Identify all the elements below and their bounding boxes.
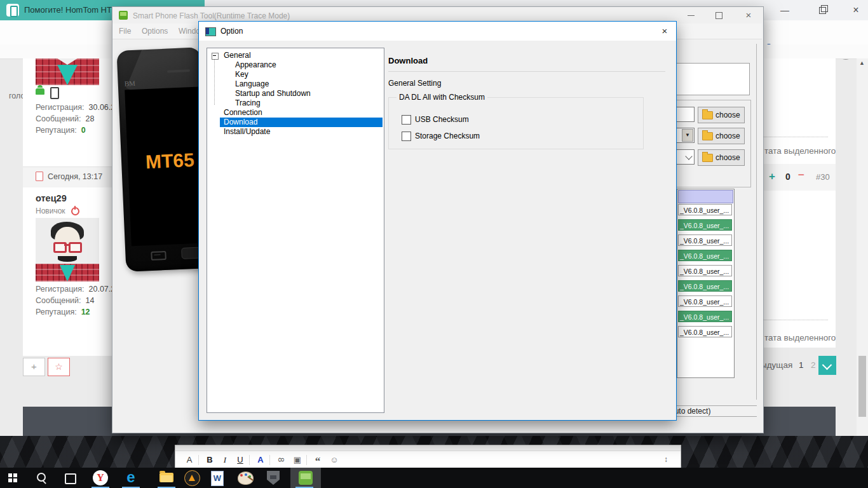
vote-up-button[interactable]: + <box>769 170 775 183</box>
tree-item-startup-shutdown[interactable]: Startup and Shutdown <box>207 89 384 98</box>
search-icon <box>37 473 46 482</box>
tree-item-tracing[interactable]: Tracing <box>207 98 384 108</box>
pagination-previous[interactable]: ыдущая <box>761 360 792 370</box>
reply-editor-toolbar: A B I U A 8 ▣ “ ☺ ↕ <box>175 445 681 469</box>
tree-item-install-update[interactable]: Install/Update <box>207 127 384 137</box>
scrollbar-thumb[interactable] <box>858 356 866 417</box>
choose-file-button[interactable]: choose <box>698 149 745 166</box>
taskbar-word[interactable]: W <box>203 468 231 488</box>
table-row[interactable]: _V6.0.8_user_... <box>678 280 732 292</box>
font-color-icon[interactable]: A <box>254 455 267 464</box>
android-app-icon <box>299 471 313 485</box>
pagination-page-2[interactable]: 2 <box>811 360 816 370</box>
table-row[interactable]: _V6.0.8_user_... <box>678 219 732 231</box>
word-icon: W <box>211 471 224 486</box>
reputation-row: Репутация: 12 <box>36 308 90 316</box>
tree-item-appearance[interactable]: Appearance <box>207 60 384 70</box>
choose-file-button[interactable]: choose <box>698 128 745 144</box>
scrollbar-up-icon[interactable]: ▲ <box>859 60 865 66</box>
browser-minimize-button[interactable]: — <box>774 3 796 18</box>
smiley-icon[interactable]: ☺ <box>328 455 341 464</box>
registration-row: Регистрация: 30.06.201 <box>36 103 124 112</box>
menu-file[interactable]: File <box>119 27 131 36</box>
taskbar-world-of-tanks[interactable] <box>259 468 287 488</box>
choose-file-button[interactable]: choose <box>698 107 745 123</box>
groupbox-label: DA DL All with Checksum <box>397 93 487 102</box>
messages-row: Сообщений: 14 <box>36 296 94 305</box>
pagination-next-button[interactable] <box>818 356 836 375</box>
browser-restore-button[interactable] <box>812 3 834 18</box>
reputation-row: Репутация: 0 <box>36 126 86 135</box>
quote-selected-link[interactable]: тата выделенного <box>764 146 836 156</box>
paint-palette-icon <box>238 471 254 485</box>
tree-item-key[interactable]: Key <box>207 70 384 79</box>
taskbar-yandex-browser[interactable]: Y <box>86 468 114 488</box>
folder-icon <box>159 473 173 482</box>
messages-row: Сообщений: 28 <box>36 114 94 123</box>
aimp-icon <box>184 470 200 486</box>
table-row[interactable]: _V6.0.8_user_... <box>678 234 732 246</box>
image-icon[interactable]: ▣ <box>291 455 304 464</box>
taskbar-edge[interactable]: e <box>117 468 145 488</box>
table-header-cell[interactable] <box>678 190 733 203</box>
storage-checksum-checkbox[interactable] <box>402 132 411 141</box>
close-button[interactable]: × <box>738 7 759 24</box>
table-row[interactable]: _V6.0.8_user_... <box>678 326 732 337</box>
usb-checksum-checkbox[interactable] <box>402 115 411 125</box>
phone-brand-label: BM <box>124 79 135 88</box>
taskbar-file-explorer[interactable] <box>153 468 180 488</box>
table-row[interactable]: _V6.0.8_user_... <box>678 265 732 276</box>
task-view-button[interactable] <box>56 468 84 488</box>
italic-icon[interactable]: I <box>219 455 231 465</box>
tree-item-language[interactable]: Language <box>207 79 384 89</box>
table-row[interactable]: _V6.0.8_user_... <box>678 311 732 322</box>
post-number[interactable]: #30 <box>816 172 830 182</box>
panel-heading: Download <box>388 56 428 65</box>
folder-icon <box>702 132 713 140</box>
vote-down-button[interactable]: − <box>798 169 804 182</box>
underline-icon[interactable]: U <box>234 455 247 464</box>
username[interactable]: отец29 <box>36 193 67 203</box>
star-button[interactable]: ☆ <box>48 358 70 376</box>
dialog-close-button[interactable]: × <box>653 22 676 41</box>
table-row[interactable]: _V6.0.8_user_... <box>678 204 732 215</box>
partition-file-table: _V6.0.8_user_... _V6.0.8_user_... _V6.0.… <box>677 189 735 378</box>
dropdown-arrow-icon[interactable]: ▼ <box>682 129 693 142</box>
taskbar-flash-tool-active[interactable] <box>290 468 321 488</box>
maximize-button[interactable] <box>709 7 730 24</box>
offline-power-icon <box>71 207 79 215</box>
minimize-button[interactable] <box>681 7 702 24</box>
remove-format-icon[interactable]: A <box>183 455 196 464</box>
windows-logo-icon <box>8 473 18 483</box>
pagination-page-1[interactable]: 1 <box>799 360 804 370</box>
folder-icon <box>702 154 713 162</box>
expand-editor-icon[interactable]: ↕ <box>660 455 672 464</box>
taskbar-search-button[interactable] <box>28 468 56 488</box>
tree-item-connection[interactable]: Connection <box>207 108 384 118</box>
table-row[interactable]: _V6.0.8_user_... <box>678 295 732 307</box>
usb-checksum-label: USB Checksum <box>415 115 469 124</box>
registration-row: Регистрация: 20.07.201 <box>36 285 124 294</box>
taskbar-paint[interactable] <box>231 468 259 488</box>
start-button[interactable] <box>0 468 28 488</box>
bold-icon[interactable]: B <box>203 455 216 464</box>
window-title: Smart Phone Flash Tool(Runtime Trace Mod… <box>133 11 290 20</box>
folder-icon <box>702 111 713 119</box>
add-button[interactable]: + <box>23 358 45 376</box>
page-icon <box>36 172 43 181</box>
quote-selected-link[interactable]: тата выделенного <box>764 333 836 342</box>
taskbar-aimp[interactable] <box>178 468 206 488</box>
quote-icon[interactable]: “ <box>311 455 324 468</box>
link-icon[interactable]: 8 <box>276 454 286 466</box>
dialog-title: Option <box>220 27 243 36</box>
tree-item-general[interactable]: General <box>207 51 384 60</box>
edge-icon: e <box>126 468 135 485</box>
menu-options[interactable]: Options <box>142 27 168 36</box>
tree-item-download[interactable]: Download <box>207 118 384 127</box>
browser-close-button[interactable]: × <box>845 3 867 18</box>
storage-checksum-label: Storage Checksum <box>415 132 480 140</box>
table-row[interactable]: _V6.0.8_user_... <box>678 250 732 261</box>
chevron-down-icon[interactable] <box>685 152 692 159</box>
yandex-icon: Y <box>93 470 108 485</box>
tree-collapse-icon[interactable] <box>212 53 219 60</box>
